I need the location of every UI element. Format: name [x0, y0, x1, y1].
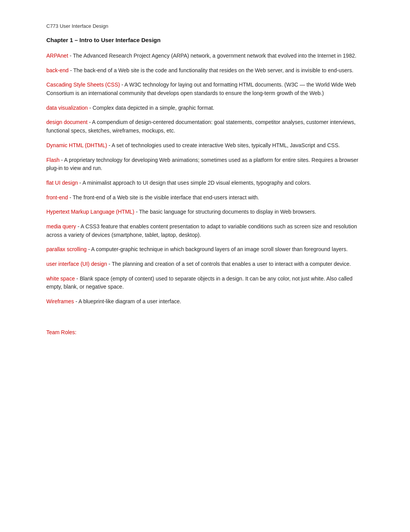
term-word: back-end [46, 67, 69, 73]
term-block: Cascading Style Sheets (CSS) - A W3C tec… [46, 81, 364, 97]
term-block: parallax scrolling - A computer-graphic … [46, 245, 364, 254]
term-definition: - Blank space (empty of content) used to… [46, 275, 352, 290]
term-block: data visualization - Complex data depict… [46, 104, 364, 112]
term-definition: - A computer-graphic technique in which … [86, 246, 347, 252]
term-block: back-end - The back-end of a Web site is… [46, 66, 364, 75]
term-definition: - A proprietary technology for developin… [46, 157, 358, 172]
term-word: media query [46, 223, 76, 229]
term-definition: - A compendium of design-centered docume… [46, 119, 356, 134]
term-word: white space [46, 275, 75, 282]
term-word: user interface (UI) design [46, 261, 107, 267]
term-block: front-end - The front-end of a Web site … [46, 194, 364, 202]
term-definition: - The Advanced Research Project Agency (… [68, 53, 357, 59]
term-definition: - A CSS3 feature that enables content pr… [46, 223, 357, 238]
term-definition: - A blueprint-like diagram of a user int… [74, 298, 181, 304]
term-word: Cascading Style Sheets (CSS) [46, 82, 120, 88]
term-word: flat UI design [46, 180, 78, 186]
term-definition: - The planning and creation of a set of … [107, 261, 351, 267]
term-word: data visualization [46, 105, 88, 111]
term-block: user interface (UI) design - The plannin… [46, 260, 364, 269]
term-word: Wireframes [46, 298, 74, 304]
term-definition: - The back-end of a Web site is the code… [69, 67, 354, 73]
term-word: design document [46, 119, 88, 125]
term-word: front-end [46, 194, 68, 201]
term-block: media query - A CSS3 feature that enable… [46, 223, 364, 239]
term-block: flat UI design - A minimalist approach t… [46, 179, 364, 187]
term-definition: - A minimalist approach to UI design tha… [78, 180, 311, 186]
term-definition: - The basic language for structuring doc… [134, 209, 316, 215]
term-word: Hypertext Markup Language (HTML) [46, 209, 134, 215]
term-block: white space - Blank space (empty of cont… [46, 275, 364, 291]
term-definition: - A set of technologies used to create i… [107, 142, 340, 148]
term-word: parallax scrolling [46, 246, 86, 252]
term-block: Dynamic HTML (DHTML) - A set of technolo… [46, 141, 364, 150]
term-definition: - Complex data depicted in a simple, gra… [88, 105, 214, 111]
course-title: C773 User Interface Design [46, 23, 364, 29]
term-block: design document - A compendium of design… [46, 118, 364, 135]
term-word: Flash [46, 157, 59, 163]
term-block: ARPAnet - The Advanced Research Project … [46, 52, 364, 60]
term-word: Dynamic HTML (DHTML) [46, 142, 107, 148]
term-definition: - The front-end of a Web site is the vis… [68, 194, 259, 201]
chapter-title: Chapter 1 – Intro to User Interface Desi… [46, 37, 364, 43]
term-block: Wireframes - A blueprint-like diagram of… [46, 297, 364, 306]
team-roles-label: Team Roles: [46, 329, 364, 335]
term-word: ARPAnet [46, 53, 68, 59]
term-block: Flash - A proprietary technology for dev… [46, 156, 364, 173]
term-block: Hypertext Markup Language (HTML) - The b… [46, 208, 364, 216]
